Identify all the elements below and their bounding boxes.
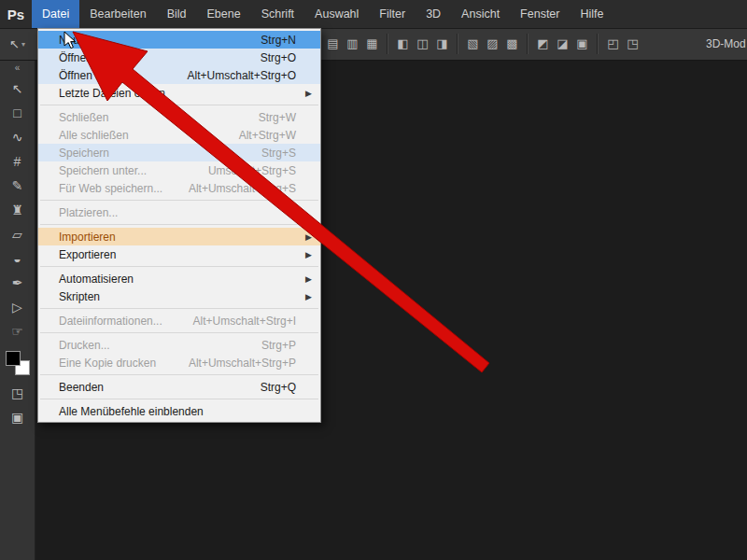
menu-item-label: Speichern unter...	[59, 164, 147, 177]
menu-item-speichern-unter: Speichern unter...Umschalt+Strg+S	[38, 161, 320, 179]
align-right-edges-icon[interactable]: ◨	[432, 35, 452, 53]
lasso-tool-icon[interactable]: ∿	[0, 125, 35, 149]
auto-align-layers-icon[interactable]: ◰	[603, 35, 623, 53]
menu-item-label: Speichern	[59, 147, 109, 160]
align-vertical-centers-icon[interactable]: ▥	[343, 35, 362, 53]
eyedropper-tool-icon[interactable]: ✎	[0, 174, 35, 198]
options-separator	[387, 34, 388, 54]
menubar-item-fenster[interactable]: Fenster	[510, 0, 570, 28]
marquee-tool-icon[interactable]: □	[0, 101, 35, 125]
photoshop-window: Ps DateiBearbeitenBildEbeneSchriftAuswah…	[0, 0, 747, 560]
options-separator	[457, 34, 458, 54]
crop-tool-icon[interactable]: #	[0, 149, 35, 174]
menu-item-shortcut: Strg+P	[245, 339, 296, 352]
align-left-edges-icon[interactable]: ◧	[393, 35, 413, 53]
foreground-color-swatch[interactable]	[6, 351, 21, 366]
menu-item-shortcut: Strg+N	[244, 34, 296, 47]
menu-item-shortcut: Alt+Umschalt+Strg+O	[171, 69, 296, 82]
menu-item-speichern: SpeichernStrg+S	[38, 144, 320, 161]
menu-item-label: Beenden	[59, 381, 104, 394]
menu-item-ffnen-als[interactable]: Öffnen als...Alt+Umschalt+Strg+O	[38, 66, 320, 84]
clone-stamp-tool-icon[interactable]: ♜	[0, 198, 35, 222]
move-tool-icon[interactable]: ↖	[0, 77, 35, 101]
menu-item-exportieren[interactable]: Exportieren▶	[38, 245, 320, 263]
menubar: Ps DateiBearbeitenBildEbeneSchriftAuswah…	[0, 0, 747, 29]
toolbox-tools: ↖□∿#✎♜▱◒✒▷☞	[0, 77, 35, 343]
menubar-item-schrift[interactable]: Schrift	[251, 0, 304, 28]
photoshop-logo: Ps	[0, 0, 32, 28]
submenu-arrow-icon: ▶	[305, 232, 312, 242]
menu-item-label: Exportieren	[59, 248, 116, 261]
menubar-item-ansicht[interactable]: Ansicht	[451, 0, 510, 28]
collapse-toolbox-icon[interactable]: «	[15, 63, 21, 73]
menu-item-letzte-dateien-ffnen[interactable]: Letzte Dateien öffnen▶	[38, 84, 320, 102]
menubar-item-bild[interactable]: Bild	[157, 0, 197, 28]
menu-item-neu[interactable]: Neu...Strg+N	[38, 31, 320, 49]
menubar-item-hilfe[interactable]: Hilfe	[571, 0, 614, 28]
menu-item-label: Für Web speichern...	[59, 182, 162, 195]
menu-item-label: Skripten	[59, 290, 100, 303]
menu-item-label: Drucken...	[59, 339, 110, 352]
menu-item-shortcut: Alt+Umschalt+Strg+P	[172, 357, 296, 370]
menu-item-dateiinformationen: Dateiinformationen...Alt+Umschalt+Strg+I	[38, 312, 320, 329]
menu-separator	[40, 399, 318, 399]
menubar-item-datei[interactable]: Datei	[32, 0, 79, 28]
toolbox: « ↖□∿#✎♜▱◒✒▷☞ ◳▣	[0, 60, 35, 560]
menubar-item-filter[interactable]: Filter	[369, 0, 416, 28]
active-tool-icon: ↖	[9, 37, 20, 51]
submenu-arrow-icon: ▶	[305, 274, 312, 284]
menu-item-schlie-en: SchließenStrg+W	[38, 108, 320, 126]
menu-separator	[40, 308, 318, 309]
submenu-arrow-icon: ▶	[305, 250, 312, 259]
menu-item-label: Eine Kopie drucken	[59, 357, 156, 370]
file-menu: Neu...Strg+NÖffnen...Strg+OÖffnen als...…	[37, 28, 321, 423]
menu-separator	[40, 105, 318, 105]
options-separator	[527, 34, 529, 54]
tool-preset-picker[interactable]: ↖ ▾	[9, 28, 25, 60]
menubar-item-ebene[interactable]: Ebene	[197, 0, 251, 28]
menu-item-shortcut: Strg+O	[244, 51, 296, 64]
menu-item-label: Alle Menübefehle einblenden	[59, 405, 204, 418]
menubar-item-auswahl[interactable]: Auswahl	[304, 0, 369, 28]
menu-item-alle-men-befehle-einblenden[interactable]: Alle Menübefehle einblenden	[38, 402, 320, 420]
menu-item-automatisieren[interactable]: Automatisieren▶	[38, 270, 320, 287]
distribute-top-edges-icon[interactable]: ▧	[463, 35, 483, 53]
menu-item-alle-schlie-en: Alle schließenAlt+Strg+W	[38, 126, 320, 144]
dodge-tool-icon[interactable]: ◒	[0, 246, 35, 271]
menu-item-label: Schließen	[59, 111, 108, 124]
menu-item-eine-kopie-drucken: Eine Kopie druckenAlt+Umschalt+Strg+P	[38, 354, 320, 371]
color-swatches[interactable]	[6, 351, 30, 375]
align-horizontal-centers-icon[interactable]: ◫	[413, 35, 432, 53]
menubar-item-bearbeiten[interactable]: Bearbeiten	[79, 0, 156, 28]
arrange-documents-icon[interactable]: ◳	[623, 35, 642, 53]
menu-item-drucken: Drucken...Strg+P	[38, 336, 320, 354]
pen-tool-icon[interactable]: ✒	[0, 271, 35, 295]
path-selection-tool-icon[interactable]: ▷	[0, 295, 35, 319]
distribute-right-edges-icon[interactable]: ▣	[572, 35, 592, 53]
menu-item-shortcut: Alt+Strg+W	[222, 129, 296, 142]
menu-item-shortcut: Alt+Umschalt+Strg+S	[172, 182, 296, 195]
menubar-item-3d[interactable]: 3D	[416, 0, 451, 28]
menu-item-label: Dateiinformationen...	[59, 315, 162, 328]
distribute-vertical-centers-icon[interactable]: ▨	[483, 35, 502, 53]
distribute-left-edges-icon[interactable]: ◩	[533, 35, 553, 53]
distribute-horizontal-centers-icon[interactable]: ◪	[553, 35, 572, 53]
menu-item-shortcut: Alt+Umschalt+Strg+I	[176, 315, 296, 328]
menu-item-label: Letzte Dateien öffnen	[59, 87, 165, 100]
hand-tool-icon[interactable]: ☞	[0, 319, 35, 343]
menu-item-beenden[interactable]: BeendenStrg+Q	[38, 378, 320, 396]
menu-item-importieren[interactable]: Importieren▶	[38, 228, 320, 245]
distribute-bottom-edges-icon[interactable]: ▩	[502, 35, 522, 53]
align-top-edges-icon[interactable]: ▤	[323, 35, 343, 53]
submenu-arrow-icon: ▶	[305, 89, 312, 98]
align-bottom-edges-icon[interactable]: ▦	[362, 35, 382, 53]
menu-item-platzieren: Platzieren...	[38, 203, 320, 221]
eraser-tool-icon[interactable]: ▱	[0, 222, 35, 246]
quick-mask-icon[interactable]: ◳	[0, 381, 35, 405]
menu-item-label: Neu...	[59, 34, 89, 47]
menu-item-ffnen[interactable]: Öffnen...Strg+O	[38, 49, 320, 66]
menu-item-skripten[interactable]: Skripten▶	[38, 287, 320, 305]
submenu-arrow-icon: ▶	[305, 292, 312, 301]
menu-item-label: Öffnen als...	[59, 69, 119, 82]
screen-mode-icon[interactable]: ▣	[0, 405, 35, 429]
